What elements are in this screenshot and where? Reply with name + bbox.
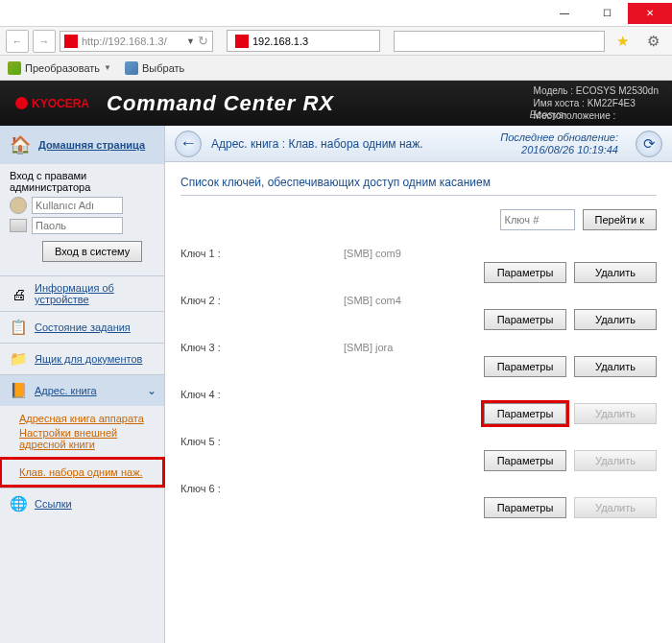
convert-label: Преобразовать [25,62,100,74]
key-button-row: ПараметрыУдалить [180,450,657,471]
kyocera-logo: KYOCERA [15,97,89,110]
key-button-row: ПараметрыУдалить [180,403,657,424]
favorites-toolbar: Преобразовать ▼ Выбрать [0,56,672,81]
browser-back-button[interactable]: ← [6,30,29,53]
sidebar-submenu: Адресная книга аппарата Настройки внешне… [0,406,164,457]
window-close-button[interactable]: ✕ [628,3,672,24]
key-value: [SMB] com4 [344,295,657,306]
delete-button: Удалить [574,403,657,424]
params-button[interactable]: Параметры [484,309,566,330]
app-header: KYOCERA Command Center RX Ecosys· Модель… [0,81,672,126]
params-button[interactable]: Параметры [484,497,566,518]
key-number-input[interactable] [500,209,575,230]
dropdown-icon[interactable]: ▼ [186,36,195,46]
sidebar-auth: Вход с правами администратора Вход в сис… [0,164,164,275]
key-row: Ключ 2 :[SMB] com4 [180,295,657,306]
tab-favicon-icon [235,35,249,48]
key-label: Ключ 5 : [180,436,344,447]
select-menu[interactable]: Выбрать [125,61,184,75]
password-input[interactable] [32,217,123,234]
chevron-down-icon: ▼ [104,63,111,72]
device-meta: Модель : ECOSYS M2530dn Имя хоста : KM22… [534,84,659,122]
sidebar-item-job-status[interactable]: 📋 Состояние задания [0,311,164,343]
browser-search-input[interactable] [394,31,605,52]
delete-button[interactable]: Удалить [574,262,657,283]
favicon-icon [64,35,78,48]
job-status-icon: 📋 [8,318,29,337]
key-label: Ключ 4 : [180,389,344,400]
key-value: [SMB] com9 [344,248,657,259]
key-icon [10,219,27,232]
auth-title: Вход с правами администратора [10,170,155,193]
sidebar-item-links[interactable]: 🌐 Ссылки [0,488,164,519]
home-icon: 🏠 [8,133,33,156]
reload-icon[interactable]: ↻ [198,34,208,48]
sidebar-home[interactable]: 🏠 Домашняя страница [0,126,164,164]
address-book-icon: 📙 [8,381,29,400]
key-search-row: Перейти к [180,209,657,230]
delete-button: Удалить [574,450,657,471]
params-button[interactable]: Параметры [484,262,566,283]
key-label: Ключ 1 : [180,248,344,259]
last-updated: Последнее обновление: 2016/08/26 10:19:4… [500,131,618,156]
doc-box-icon: 📁 [8,349,29,369]
sidebar: 🏠 Домашняя страница Вход с правами админ… [0,126,165,643]
key-row: Ключ 1 :[SMB] com9 [180,248,657,259]
url-text: http://192.168.1.3/ [82,36,167,47]
delete-button: Удалить [574,497,657,518]
sidebar-item-device-info[interactable]: 🖨 Информация об устройстве [0,275,164,311]
key-row: Ключ 6 : [180,483,657,494]
window-titlebar: — ☐ ✕ [0,0,672,27]
sub-link-external-addr[interactable]: Настройки внешней адресной книги [19,427,156,450]
select-label: Выбрать [142,62,184,74]
settings-gear-icon[interactable]: ⚙ [639,31,666,52]
key-button-row: ПараметрыУдалить [180,262,657,283]
chevron-down-icon: ⌄ [147,384,156,397]
convert-menu[interactable]: Преобразовать ▼ [8,61,111,75]
sidebar-item-doc-box[interactable]: 📁 Ящик для документов [0,343,164,374]
url-input[interactable]: http://192.168.1.3/ ▼ ↻ [60,31,213,52]
goto-button[interactable]: Перейти к [583,209,657,230]
convert-icon [8,61,21,75]
browser-forward-button[interactable]: → [33,30,56,53]
params-button[interactable]: Параметры [484,403,566,424]
key-row: Ключ 3 :[SMB] jora [180,342,657,353]
params-button[interactable]: Параметры [484,450,566,471]
select-icon [125,61,138,75]
sub-link-device-addr[interactable]: Адресная книга аппарата [19,413,156,424]
login-button[interactable]: Вход в систему [42,241,142,262]
window-minimize-button[interactable]: — [543,3,586,24]
favorites-button[interactable]: ★ [609,31,636,52]
key-label: Ключ 2 : [180,295,344,306]
content-body: Список ключей, обеспечивающих доступ одн… [165,162,672,543]
sidebar-highlighted-item: Клав. набора одним наж. [0,457,165,488]
browser-address-bar: ← → http://192.168.1.3/ ▼ ↻ 192.168.1.3 … [0,27,672,56]
tab-label: 192.168.1.3 [252,36,308,47]
sidebar-item-address-book[interactable]: 📙 Адрес. книга ⌄ [0,374,164,406]
list-title: Список ключей, обеспечивающих доступ одн… [180,176,657,196]
content-header: ← Адрес. книга : Клав. набора одним наж.… [165,126,672,162]
key-value: [SMB] jora [344,342,657,353]
user-icon [10,197,27,214]
key-button-row: ПараметрыУдалить [180,309,657,330]
key-row: Ключ 5 : [180,436,657,447]
delete-button[interactable]: Удалить [574,356,657,377]
device-info-icon: 🖨 [8,284,29,303]
content-back-button[interactable]: ← [175,131,202,157]
key-button-row: ПараметрыУдалить [180,497,657,518]
home-link: Домашняя страница [38,139,145,151]
window-maximize-button[interactable]: ☐ [586,3,628,24]
links-icon: 🌐 [8,494,29,513]
content-area: ← Адрес. книга : Клав. набора одним наж.… [165,126,672,643]
username-input[interactable] [32,197,123,214]
key-label: Ключ 6 : [180,483,344,494]
refresh-button[interactable]: ⟳ [636,131,662,157]
key-label: Ключ 3 : [180,342,344,353]
browser-tab[interactable]: 192.168.1.3 [227,30,380,52]
delete-button[interactable]: Удалить [574,309,657,330]
app-title: Command Center RX [107,91,334,116]
sub-link-one-touch[interactable]: Клав. набора одним наж. [2,463,162,482]
breadcrumb: Адрес. книга : Клав. набора одним наж. [211,137,491,151]
key-button-row: ПараметрыУдалить [180,356,657,377]
params-button[interactable]: Параметры [484,356,566,377]
